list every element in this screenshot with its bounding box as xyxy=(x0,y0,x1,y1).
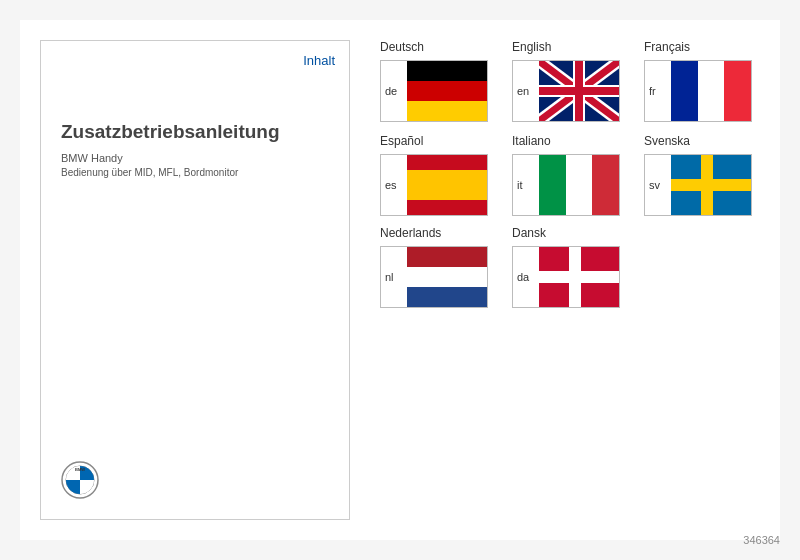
right-panel: Deutsch de English en xyxy=(380,40,760,520)
flag-svg-da xyxy=(539,247,619,307)
language-bottom-row: Nederlands nl Dansk da xyxy=(380,226,760,308)
flag-box-sv: sv xyxy=(644,154,752,216)
flag-box-fr: fr xyxy=(644,60,752,122)
flag-box-it: it xyxy=(512,154,620,216)
flag-code-de: de xyxy=(385,85,397,97)
lang-label-nl: Nederlands xyxy=(380,226,441,240)
flag-box-da: da xyxy=(512,246,620,308)
flag-svg-sv xyxy=(671,155,751,215)
flag-svg-es xyxy=(407,155,487,215)
language-item-sv[interactable]: Svenska sv xyxy=(644,134,760,216)
lang-label-fr: Français xyxy=(644,40,690,54)
flag-code-fr: fr xyxy=(649,85,656,97)
language-grid: Deutsch de English en xyxy=(380,40,760,216)
left-panel: Inhalt Zusatzbetriebsanleitung BMW Handy… xyxy=(40,40,350,520)
flag-box-en: en xyxy=(512,60,620,122)
flag-code-en: en xyxy=(517,85,529,97)
svg-text:BMW: BMW xyxy=(75,467,85,472)
flag-svg-en xyxy=(539,61,619,121)
flag-svg-nl xyxy=(407,247,487,307)
lang-label-sv: Svenska xyxy=(644,134,690,148)
main-title: Zusatzbetriebsanleitung xyxy=(61,121,329,144)
flag-svg-de xyxy=(407,61,487,121)
page-number: 346364 xyxy=(743,534,780,546)
flag-code-es: es xyxy=(385,179,397,191)
flag-svg-fr xyxy=(671,61,751,121)
subtitle2: Bedienung über MID, MFL, Bordmonitor xyxy=(61,167,329,178)
flag-svg-it xyxy=(539,155,619,215)
lang-label-de: Deutsch xyxy=(380,40,424,54)
lang-label-en: English xyxy=(512,40,551,54)
flag-box-es: es xyxy=(380,154,488,216)
language-item-da[interactable]: Dansk da xyxy=(512,226,628,308)
flag-code-nl: nl xyxy=(385,271,394,283)
language-item-de[interactable]: Deutsch de xyxy=(380,40,496,122)
language-item-fr[interactable]: Français fr xyxy=(644,40,760,122)
language-item-nl[interactable]: Nederlands nl xyxy=(380,226,496,308)
svg-rect-11 xyxy=(575,61,583,121)
language-item-es[interactable]: Español es xyxy=(380,134,496,216)
flag-box-nl: nl xyxy=(380,246,488,308)
bmw-logo: BMW xyxy=(61,461,99,499)
lang-label-it: Italiano xyxy=(512,134,551,148)
inhalt-link[interactable]: Inhalt xyxy=(303,53,335,68)
page-container: Inhalt Zusatzbetriebsanleitung BMW Handy… xyxy=(20,20,780,540)
language-item-en[interactable]: English en xyxy=(512,40,628,122)
left-content: Zusatzbetriebsanleitung BMW Handy Bedien… xyxy=(61,121,329,178)
flag-code-sv: sv xyxy=(649,179,660,191)
flag-code-da: da xyxy=(517,271,529,283)
flag-code-it: it xyxy=(517,179,523,191)
flag-box-de: de xyxy=(380,60,488,122)
language-item-it[interactable]: Italiano it xyxy=(512,134,628,216)
lang-label-es: Español xyxy=(380,134,423,148)
subtitle1: BMW Handy xyxy=(61,152,329,164)
lang-label-da: Dansk xyxy=(512,226,546,240)
